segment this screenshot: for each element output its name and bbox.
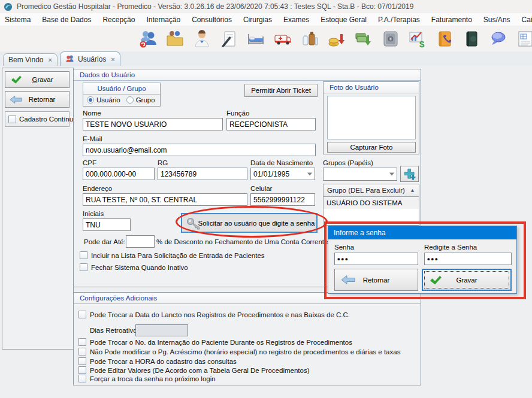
check-icon (429, 275, 442, 285)
add-group-button[interactable] (400, 166, 419, 182)
password-dialog-title: Informe a senha (334, 229, 386, 237)
tab-close-icon[interactable]: × (48, 56, 52, 63)
hospital-bed-icon[interactable] (246, 29, 266, 49)
group-row[interactable]: USUÁRIO DO SISTEMA (324, 197, 419, 209)
prescription-icon[interactable] (219, 29, 239, 49)
menu-caixa[interactable]: Caixa (522, 16, 532, 24)
radio-usuario-label: Usuário (96, 96, 120, 104)
request-password-label: Solicitar ao usuário que digite a senha (198, 220, 315, 227)
include-patient-list-checkbox[interactable] (80, 251, 87, 259)
save-button[interactable]: Gravar (5, 71, 69, 88)
include-patient-list-toggle[interactable]: Incluir na Lista Para Solicitação de Ent… (80, 251, 265, 259)
tab-bem-vindo[interactable]: Bem Vindo × (3, 53, 58, 66)
config-no-surcharge-checkbox[interactable] (78, 348, 86, 356)
continuous-register-toggle[interactable]: Cadastro Contínuo (5, 111, 69, 127)
radio-usuario[interactable] (87, 96, 94, 104)
endereco-input[interactable] (83, 193, 247, 206)
menu-pa-terapias[interactable]: P.A./Terapias (378, 16, 420, 24)
radio-grupo-label: Grupo (136, 96, 155, 104)
safe-icon[interactable] (380, 29, 401, 49)
sidebar-panel: Gravar Retornar Cadastro Contínuo (2, 68, 74, 350)
add-plus-icon (403, 168, 416, 181)
birthdate-combo[interactable]: 01/01/1995 (250, 168, 315, 180)
continuous-register-checkbox[interactable] (8, 116, 16, 123)
menu-sus-ans[interactable]: Sus/Ans (483, 16, 510, 24)
ledger-book-icon[interactable] (461, 29, 482, 49)
groups-grid-header[interactable]: Grupo (DEL Para Excluir) ▲ (324, 184, 419, 197)
money-down-icon[interactable] (353, 29, 374, 49)
senha-label: Senha (334, 244, 354, 251)
menu-faturamento[interactable]: Faturamento (431, 16, 472, 24)
dialog-return-button[interactable]: Retornar (334, 269, 418, 291)
revenue-up-icon[interactable] (327, 29, 347, 49)
return-button[interactable]: Retornar (5, 91, 69, 108)
discount-input[interactable] (126, 235, 155, 248)
sort-asc-icon: ▲ (410, 187, 415, 193)
ambulance-icon[interactable] (273, 29, 293, 49)
return-button-label: Retornar (29, 96, 56, 103)
menu-estoque-geral[interactable]: Estoque Geral (321, 16, 367, 24)
patients-folder-icon[interactable] (165, 29, 185, 49)
radio-grupo[interactable] (126, 96, 134, 104)
financial-chart-icon[interactable]: $ (407, 29, 428, 49)
config-change-date-checkbox[interactable] (78, 311, 86, 318)
menu-sistema[interactable]: Sistema (5, 16, 31, 24)
app-icon (4, 2, 13, 11)
close-when-idle-checkbox[interactable] (80, 263, 87, 271)
redigite-input[interactable] (424, 253, 512, 265)
config-change-hour-toggle[interactable]: Pode Trocar a HORA do cadastro das consu… (78, 357, 237, 365)
menu-consultorios[interactable]: Consultórios (192, 16, 232, 24)
email-input[interactable] (83, 144, 316, 156)
funcao-input[interactable] (226, 118, 316, 130)
phone-book-icon[interactable] (434, 29, 455, 49)
tab-usuarios[interactable]: Usuários × (60, 51, 120, 66)
senha-input[interactable] (334, 253, 418, 265)
permit-ticket-button[interactable]: Permitir Abrir Ticket (244, 84, 318, 97)
config-change-admission-checkbox[interactable] (78, 338, 86, 346)
iniciais-input[interactable] (83, 218, 131, 231)
groups-grid: Grupo (DEL Para Excluir) ▲ USUÁRIO DO SI… (323, 184, 419, 226)
config-force-password-checkbox[interactable] (78, 375, 86, 382)
menu-base-de-dados[interactable]: Base de Dados (42, 16, 91, 24)
groups-combo[interactable] (323, 168, 397, 181)
back-arrow-icon (341, 275, 355, 285)
menu-exames[interactable]: Exames (283, 16, 309, 24)
config-change-admission-toggle[interactable]: Pode Trocar o No. da Internação do Pacie… (78, 338, 352, 346)
tab-usuarios-label: Usuários (78, 55, 106, 63)
doctor-icon[interactable] (192, 29, 212, 49)
config-no-surcharge-label: Não Pode modificar o Pg. Acréscimo (horá… (90, 348, 400, 356)
rg-label: RG (158, 159, 168, 166)
user-group-type-box: Usuário / Grupo Usuário Grupo (83, 83, 161, 107)
celular-input[interactable] (250, 193, 315, 206)
pharmacy-icon[interactable] (300, 29, 320, 49)
chat-bubble-icon[interactable] (488, 29, 509, 49)
config-edit-values-label: Pode Editar Valores (De Acordo com a Tab… (90, 367, 309, 374)
config-edit-values-toggle[interactable]: Pode Editar Valores (De Acordo com a Tab… (78, 366, 309, 374)
dialog-save-button[interactable]: Gravar (422, 269, 512, 291)
continuous-register-label: Cadastro Contínuo (19, 116, 77, 123)
config-force-password-toggle[interactable]: Forçar a troca da senha no próximo login (78, 375, 216, 382)
config-edit-values-checkbox[interactable] (78, 366, 86, 374)
form-grid-icon[interactable] (515, 29, 532, 49)
nome-input[interactable] (83, 118, 223, 130)
photo-panel: Foto do Usuário Capturar Foto (323, 81, 419, 154)
config-change-hour-checkbox[interactable] (78, 357, 86, 365)
tab-close-icon[interactable]: × (111, 56, 114, 63)
config-no-surcharge-toggle[interactable]: Não Pode modificar o Pg. Acréscimo (horá… (78, 348, 400, 356)
capture-photo-label: Capturar Foto (350, 144, 393, 151)
discount-suffix-label: % de Desconto no Fechamento de Uma Conta… (156, 238, 328, 245)
menu-cirurgias[interactable]: Cirurgias (243, 16, 272, 24)
rg-input[interactable] (158, 168, 247, 180)
redigite-label: Redigite a Senha (424, 244, 477, 251)
menu-recepcao[interactable]: Recepção (102, 16, 135, 24)
user-data-panel-title: Dados do Usuário (80, 71, 135, 78)
users-sync-icon[interactable] (138, 29, 158, 49)
capture-photo-button[interactable]: Capturar Foto (327, 142, 416, 153)
close-when-idle-toggle[interactable]: Fechar Sistema Quando Inativo (80, 263, 188, 271)
config-change-date-toggle[interactable]: Pode Trocar a Data do Lancto nos Registr… (78, 311, 350, 318)
cpf-input[interactable] (83, 168, 155, 180)
request-password-button[interactable]: Solicitar ao usuário que digite a senha (181, 213, 318, 233)
back-arrow-icon (10, 95, 22, 104)
endereco-label: Endereço (83, 185, 112, 192)
menu-internacao[interactable]: Internação (146, 16, 180, 24)
